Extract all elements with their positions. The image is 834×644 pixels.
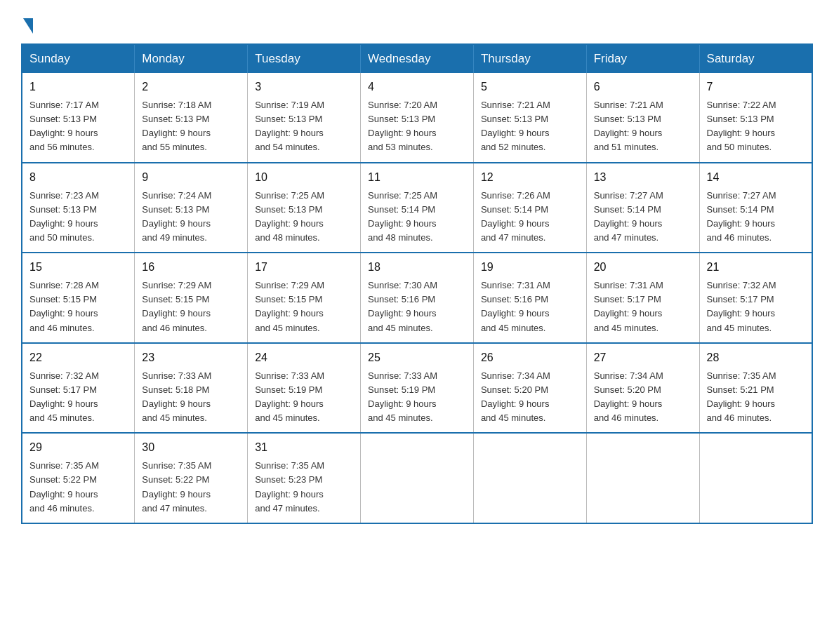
day-number: 1 <box>29 79 127 95</box>
calendar-cell: 24 Sunrise: 7:33 AM Sunset: 5:19 PM Dayl… <box>248 343 361 434</box>
day-number: 10 <box>255 169 353 186</box>
day-number: 21 <box>707 259 805 276</box>
calendar-cell <box>473 433 586 523</box>
week-row-5: 29 Sunrise: 7:35 AM Sunset: 5:22 PM Dayl… <box>22 433 812 523</box>
calendar-cell: 20 Sunrise: 7:31 AM Sunset: 5:17 PM Dayl… <box>586 253 699 343</box>
header <box>21 14 813 31</box>
calendar-cell: 13 Sunrise: 7:27 AM Sunset: 5:14 PM Dayl… <box>586 163 699 253</box>
day-header-sunday: Sunday <box>22 44 135 73</box>
calendar-cell: 19 Sunrise: 7:31 AM Sunset: 5:16 PM Dayl… <box>473 253 586 343</box>
day-info: Sunrise: 7:32 AM Sunset: 5:17 PM Dayligh… <box>29 369 127 426</box>
day-number: 7 <box>707 79 805 95</box>
calendar-cell: 16 Sunrise: 7:29 AM Sunset: 5:15 PM Dayl… <box>135 253 248 343</box>
day-number: 15 <box>29 259 127 276</box>
calendar-cell: 21 Sunrise: 7:32 AM Sunset: 5:17 PM Dayl… <box>699 253 812 343</box>
day-number: 8 <box>29 169 127 186</box>
day-info: Sunrise: 7:35 AM Sunset: 5:22 PM Dayligh… <box>142 459 240 516</box>
day-number: 4 <box>368 79 466 95</box>
day-number: 22 <box>29 349 127 366</box>
day-number: 5 <box>481 79 579 95</box>
calendar-cell <box>699 433 812 523</box>
calendar-cell: 15 Sunrise: 7:28 AM Sunset: 5:15 PM Dayl… <box>22 253 135 343</box>
calendar-cell: 17 Sunrise: 7:29 AM Sunset: 5:15 PM Dayl… <box>248 253 361 343</box>
day-info: Sunrise: 7:29 AM Sunset: 5:15 PM Dayligh… <box>142 279 240 335</box>
day-info: Sunrise: 7:25 AM Sunset: 5:14 PM Dayligh… <box>368 189 466 246</box>
logo <box>21 14 33 31</box>
day-number: 25 <box>368 349 466 366</box>
day-info: Sunrise: 7:31 AM Sunset: 5:17 PM Dayligh… <box>594 279 692 335</box>
calendar-table: SundayMondayTuesdayWednesdayThursdayFrid… <box>21 43 813 524</box>
calendar-cell: 7 Sunrise: 7:22 AM Sunset: 5:13 PM Dayli… <box>699 73 812 163</box>
calendar-cell: 3 Sunrise: 7:19 AM Sunset: 5:13 PM Dayli… <box>248 73 361 163</box>
day-header-friday: Friday <box>586 44 699 73</box>
day-number: 20 <box>594 259 692 276</box>
day-number: 14 <box>707 169 805 186</box>
day-info: Sunrise: 7:20 AM Sunset: 5:13 PM Dayligh… <box>368 98 466 155</box>
day-info: Sunrise: 7:21 AM Sunset: 5:13 PM Dayligh… <box>481 98 579 155</box>
day-info: Sunrise: 7:25 AM Sunset: 5:13 PM Dayligh… <box>255 189 353 246</box>
day-info: Sunrise: 7:34 AM Sunset: 5:20 PM Dayligh… <box>481 369 579 426</box>
day-info: Sunrise: 7:35 AM Sunset: 5:23 PM Dayligh… <box>255 459 353 516</box>
calendar-cell <box>586 433 699 523</box>
day-number: 18 <box>368 259 466 276</box>
calendar-cell: 4 Sunrise: 7:20 AM Sunset: 5:13 PM Dayli… <box>361 73 474 163</box>
calendar-cell: 11 Sunrise: 7:25 AM Sunset: 5:14 PM Dayl… <box>361 163 474 253</box>
week-row-4: 22 Sunrise: 7:32 AM Sunset: 5:17 PM Dayl… <box>22 343 812 434</box>
day-info: Sunrise: 7:33 AM Sunset: 5:19 PM Dayligh… <box>368 369 466 426</box>
day-number: 6 <box>594 79 692 95</box>
day-number: 16 <box>142 259 240 276</box>
day-info: Sunrise: 7:35 AM Sunset: 5:21 PM Dayligh… <box>707 369 805 426</box>
calendar-cell: 30 Sunrise: 7:35 AM Sunset: 5:22 PM Dayl… <box>135 433 248 523</box>
day-header-thursday: Thursday <box>473 44 586 73</box>
day-info: Sunrise: 7:33 AM Sunset: 5:18 PM Dayligh… <box>142 369 240 426</box>
calendar-cell: 2 Sunrise: 7:18 AM Sunset: 5:13 PM Dayli… <box>135 73 248 163</box>
day-info: Sunrise: 7:35 AM Sunset: 5:22 PM Dayligh… <box>29 459 127 516</box>
day-info: Sunrise: 7:22 AM Sunset: 5:13 PM Dayligh… <box>707 98 805 155</box>
calendar-cell: 14 Sunrise: 7:27 AM Sunset: 5:14 PM Dayl… <box>699 163 812 253</box>
calendar-cell: 10 Sunrise: 7:25 AM Sunset: 5:13 PM Dayl… <box>248 163 361 253</box>
calendar-cell: 26 Sunrise: 7:34 AM Sunset: 5:20 PM Dayl… <box>473 343 586 434</box>
day-info: Sunrise: 7:21 AM Sunset: 5:13 PM Dayligh… <box>594 98 692 155</box>
day-info: Sunrise: 7:34 AM Sunset: 5:20 PM Dayligh… <box>594 369 692 426</box>
day-info: Sunrise: 7:29 AM Sunset: 5:15 PM Dayligh… <box>255 279 353 335</box>
week-row-3: 15 Sunrise: 7:28 AM Sunset: 5:15 PM Dayl… <box>22 253 812 343</box>
day-number: 17 <box>255 259 353 276</box>
calendar-cell: 1 Sunrise: 7:17 AM Sunset: 5:13 PM Dayli… <box>22 73 135 163</box>
calendar-cell: 25 Sunrise: 7:33 AM Sunset: 5:19 PM Dayl… <box>361 343 474 434</box>
calendar-cell: 9 Sunrise: 7:24 AM Sunset: 5:13 PM Dayli… <box>135 163 248 253</box>
calendar-cell: 29 Sunrise: 7:35 AM Sunset: 5:22 PM Dayl… <box>22 433 135 523</box>
day-header-wednesday: Wednesday <box>361 44 474 73</box>
day-number: 24 <box>255 349 353 366</box>
day-info: Sunrise: 7:23 AM Sunset: 5:13 PM Dayligh… <box>29 189 127 246</box>
day-number: 29 <box>29 439 127 456</box>
day-header-tuesday: Tuesday <box>248 44 361 73</box>
calendar-cell: 27 Sunrise: 7:34 AM Sunset: 5:20 PM Dayl… <box>586 343 699 434</box>
day-number: 26 <box>481 349 579 366</box>
calendar-cell: 5 Sunrise: 7:21 AM Sunset: 5:13 PM Dayli… <box>473 73 586 163</box>
day-info: Sunrise: 7:28 AM Sunset: 5:15 PM Dayligh… <box>29 279 127 335</box>
day-number: 13 <box>594 169 692 186</box>
day-number: 12 <box>481 169 579 186</box>
calendar-cell: 23 Sunrise: 7:33 AM Sunset: 5:18 PM Dayl… <box>135 343 248 434</box>
calendar-cell <box>361 433 474 523</box>
calendar-cell: 8 Sunrise: 7:23 AM Sunset: 5:13 PM Dayli… <box>22 163 135 253</box>
calendar-cell: 12 Sunrise: 7:26 AM Sunset: 5:14 PM Dayl… <box>473 163 586 253</box>
day-number: 28 <box>707 349 805 366</box>
week-row-1: 1 Sunrise: 7:17 AM Sunset: 5:13 PM Dayli… <box>22 73 812 163</box>
day-number: 27 <box>594 349 692 366</box>
calendar-cell: 28 Sunrise: 7:35 AM Sunset: 5:21 PM Dayl… <box>699 343 812 434</box>
day-info: Sunrise: 7:19 AM Sunset: 5:13 PM Dayligh… <box>255 98 353 155</box>
day-info: Sunrise: 7:32 AM Sunset: 5:17 PM Dayligh… <box>707 279 805 335</box>
day-number: 9 <box>142 169 240 186</box>
day-info: Sunrise: 7:27 AM Sunset: 5:14 PM Dayligh… <box>707 189 805 246</box>
calendar-cell: 6 Sunrise: 7:21 AM Sunset: 5:13 PM Dayli… <box>586 73 699 163</box>
day-header-monday: Monday <box>135 44 248 73</box>
day-number: 19 <box>481 259 579 276</box>
day-header-row: SundayMondayTuesdayWednesdayThursdayFrid… <box>22 44 812 73</box>
calendar-cell: 18 Sunrise: 7:30 AM Sunset: 5:16 PM Dayl… <box>361 253 474 343</box>
day-number: 11 <box>368 169 466 186</box>
day-info: Sunrise: 7:33 AM Sunset: 5:19 PM Dayligh… <box>255 369 353 426</box>
logo-triangle-icon <box>23 18 33 34</box>
day-info: Sunrise: 7:30 AM Sunset: 5:16 PM Dayligh… <box>368 279 466 335</box>
day-number: 2 <box>142 79 240 95</box>
